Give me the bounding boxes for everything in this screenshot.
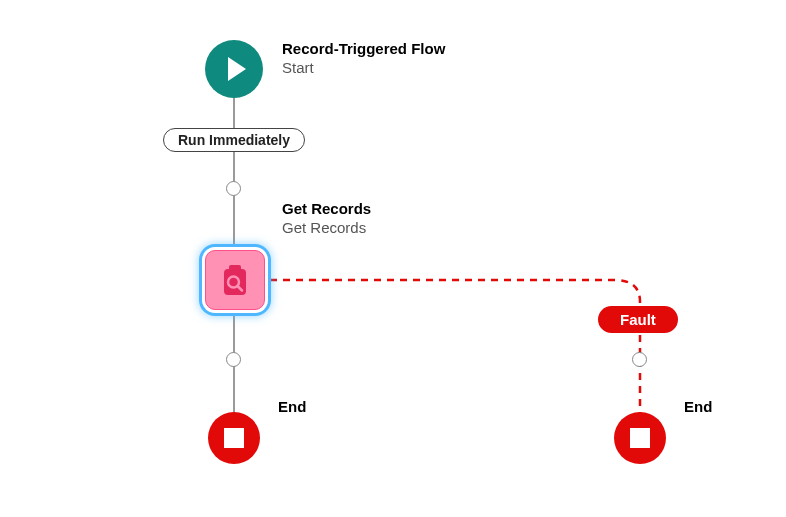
run-immediately-label: Run Immediately [178, 132, 290, 148]
start-title: Record-Triggered Flow [282, 40, 445, 59]
fault-pill[interactable]: Fault [598, 306, 678, 333]
end-label-main: End [278, 398, 306, 415]
flow-canvas: Record-Triggered Flow Start Run Immediat… [0, 0, 786, 517]
get-records-title: Get Records [282, 200, 371, 219]
get-records-subtitle: Get Records [282, 219, 371, 238]
play-icon [228, 57, 246, 81]
add-element-dot-fault[interactable] [632, 352, 647, 367]
svg-rect-3 [229, 265, 241, 272]
get-records-node[interactable] [205, 250, 265, 310]
start-label: Record-Triggered Flow Start [282, 40, 445, 78]
end-node-main[interactable] [208, 412, 260, 464]
data-lookup-icon [218, 263, 252, 297]
start-node[interactable] [205, 40, 263, 98]
get-records-label: Get Records Get Records [282, 200, 371, 238]
run-immediately-pill[interactable]: Run Immediately [163, 128, 305, 152]
add-element-dot-1[interactable] [226, 181, 241, 196]
stop-icon [630, 428, 650, 448]
end-label-fault: End [684, 398, 712, 415]
fault-label: Fault [620, 311, 656, 328]
connectors-layer [0, 0, 786, 517]
end-node-fault[interactable] [614, 412, 666, 464]
add-element-dot-2[interactable] [226, 352, 241, 367]
start-subtitle: Start [282, 59, 445, 78]
stop-icon [224, 428, 244, 448]
